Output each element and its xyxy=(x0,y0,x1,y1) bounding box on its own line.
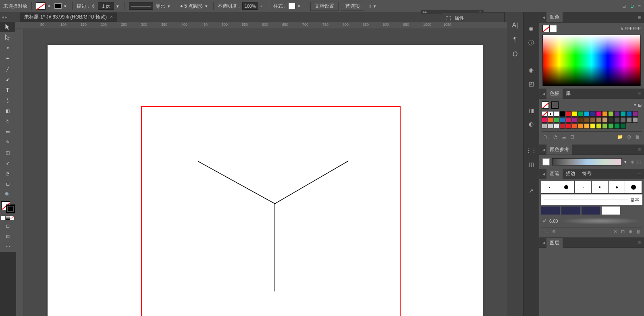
line-tool[interactable]: ╱ xyxy=(0,64,15,74)
save-group-icon[interactable]: ⬚ xyxy=(637,159,641,165)
canvas[interactable] xyxy=(23,29,507,316)
swatches-tab[interactable]: 色板 xyxy=(546,89,563,99)
brush-options-icon[interactable]: ✕ xyxy=(613,229,617,234)
fill-dropdown[interactable]: ▾ xyxy=(48,4,52,9)
prev-tab-icon[interactable]: ◂ xyxy=(2,14,4,20)
gradient-icon[interactable]: ◐ xyxy=(529,121,534,127)
align-icon[interactable]: ⋮⋮ xyxy=(526,147,537,154)
swatch-item[interactable] xyxy=(542,117,547,123)
fill-swatch[interactable] xyxy=(36,2,46,10)
swatch-item[interactable] xyxy=(596,111,602,117)
brushes-tab[interactable]: 画笔 xyxy=(546,169,563,179)
swatch-item[interactable] xyxy=(608,123,614,129)
brush-preset[interactable] xyxy=(592,181,609,193)
menu-icon[interactable]: ≡ xyxy=(638,4,641,8)
paragraph-panel-icon[interactable]: ¶ xyxy=(513,36,517,43)
swatch-item[interactable] xyxy=(602,117,608,123)
fill-color-swatch[interactable] xyxy=(542,25,550,32)
workspace-icon[interactable]: ⮌ xyxy=(630,4,634,8)
graphic-styles-icon[interactable]: ◰ xyxy=(529,81,534,87)
brush-libraries-icon[interactable]: ⛫. xyxy=(542,229,548,234)
pen-tool[interactable]: ✒ xyxy=(0,53,15,64)
swatch-item[interactable] xyxy=(608,117,614,123)
swatch-item[interactable] xyxy=(566,111,571,117)
stroke-stepper[interactable]: ⇳ xyxy=(91,4,96,9)
graphic-style[interactable] xyxy=(288,3,295,9)
new-group-icon[interactable]: 📁 xyxy=(617,134,623,140)
art-brush[interactable] xyxy=(581,206,600,215)
brush-tool[interactable]: 🖌 xyxy=(0,74,15,85)
swatch-item[interactable] xyxy=(554,123,559,129)
list-view-icon[interactable]: ≡ xyxy=(634,103,636,108)
selection-tool[interactable] xyxy=(0,22,15,32)
swatch-item[interactable] xyxy=(554,111,559,117)
cube-icon[interactable]: ⬚ xyxy=(445,14,451,22)
swatch-item[interactable] xyxy=(578,123,584,129)
brush-remove-icon[interactable]: ⊗ xyxy=(552,229,556,234)
swatch-item[interactable] xyxy=(560,111,565,117)
direct-selection-tool[interactable] xyxy=(0,32,15,43)
artboard-tool[interactable]: ⊡ xyxy=(0,179,15,189)
swatch-item[interactable] xyxy=(572,111,578,117)
swatch-item[interactable] xyxy=(584,117,590,123)
swatch-item[interactable] xyxy=(560,123,565,129)
swatch-item[interactable] xyxy=(572,117,578,123)
brush-preset[interactable] xyxy=(575,181,592,193)
swatch-item[interactable] xyxy=(554,117,559,123)
swatch-item[interactable] xyxy=(596,123,602,129)
swatch-item[interactable] xyxy=(578,111,584,117)
base-color[interactable] xyxy=(542,158,550,165)
delete-swatch-icon[interactable]: 🗑 xyxy=(635,134,640,140)
brush-preset[interactable] xyxy=(541,181,558,193)
navigator-icon[interactable]: ✺ xyxy=(529,26,534,32)
panel-menu-icon[interactable]: ≡ xyxy=(638,171,641,177)
shape-builder-tool[interactable]: ◔ xyxy=(0,168,15,179)
pathfinder-icon[interactable]: ◫ xyxy=(529,161,534,167)
zoom-tool[interactable]: 🔍 xyxy=(0,189,15,200)
next-tab-icon[interactable]: ▸ xyxy=(5,14,7,20)
color-guide-tab[interactable]: 颜色参考 xyxy=(546,145,572,155)
scale-tool[interactable]: ⤢ xyxy=(0,158,15,168)
swatch-item[interactable] xyxy=(584,111,590,117)
swatch-item[interactable] xyxy=(560,117,565,123)
fill-stroke-control[interactable] xyxy=(1,201,15,213)
document-tab[interactable]: 未标题-1* @ 63.99% (RGB/GPU 预览) × xyxy=(20,12,117,22)
brush-preset[interactable] xyxy=(558,181,575,193)
rectangle-tool[interactable]: ▭ xyxy=(0,126,15,137)
swatch-libraries-icon[interactable]: ⛫. xyxy=(543,134,549,140)
eyedropper-tool[interactable]: ✎ xyxy=(0,137,15,147)
panel-menu-icon[interactable]: ≡ xyxy=(638,91,641,97)
align-icon[interactable]: ⫴ xyxy=(369,4,371,9)
swatch-item[interactable] xyxy=(590,111,596,117)
sw-fill[interactable] xyxy=(542,101,549,109)
swatch-item[interactable] xyxy=(620,123,626,129)
swatch-item[interactable] xyxy=(566,123,571,129)
screen-mode[interactable]: ⊡ xyxy=(0,231,15,242)
swatch-item[interactable] xyxy=(608,111,614,117)
arrange-docs-icon[interactable]: ⊞ xyxy=(622,4,626,9)
swatch-item[interactable] xyxy=(566,117,571,123)
swatch-item[interactable] xyxy=(548,123,553,129)
swatch-item[interactable] xyxy=(590,123,596,129)
brush-preset[interactable] xyxy=(609,181,625,193)
color-spectrum[interactable] xyxy=(542,35,641,86)
layers-tab[interactable]: 图层 xyxy=(546,238,563,248)
swatch-item[interactable] xyxy=(620,117,626,123)
swatch-item[interactable] xyxy=(632,117,638,123)
swatch-item[interactable] xyxy=(578,117,584,123)
stroke-tab[interactable]: 描边 xyxy=(563,169,579,179)
symbols-tab[interactable]: 符号 xyxy=(579,169,595,179)
info-icon[interactable]: ⓘ xyxy=(528,39,534,47)
delete-brush-icon[interactable]: 🗑 xyxy=(636,229,641,234)
edit-colors-icon[interactable]: ⊕ xyxy=(631,159,634,165)
panel-menu-icon[interactable]: ≡ xyxy=(638,14,641,20)
swatch-registration[interactable] xyxy=(548,111,553,117)
swatch-item[interactable] xyxy=(602,123,608,129)
swatch-options-icon[interactable]: ⊡ xyxy=(570,134,574,140)
swatch-item[interactable] xyxy=(548,117,553,123)
libraries-tab[interactable]: 库 xyxy=(563,89,574,99)
type-tool[interactable]: T xyxy=(0,85,15,95)
rotate-tool[interactable]: ↻ xyxy=(0,116,15,126)
swatch-item[interactable] xyxy=(572,123,578,129)
swatch-item[interactable] xyxy=(626,117,632,123)
